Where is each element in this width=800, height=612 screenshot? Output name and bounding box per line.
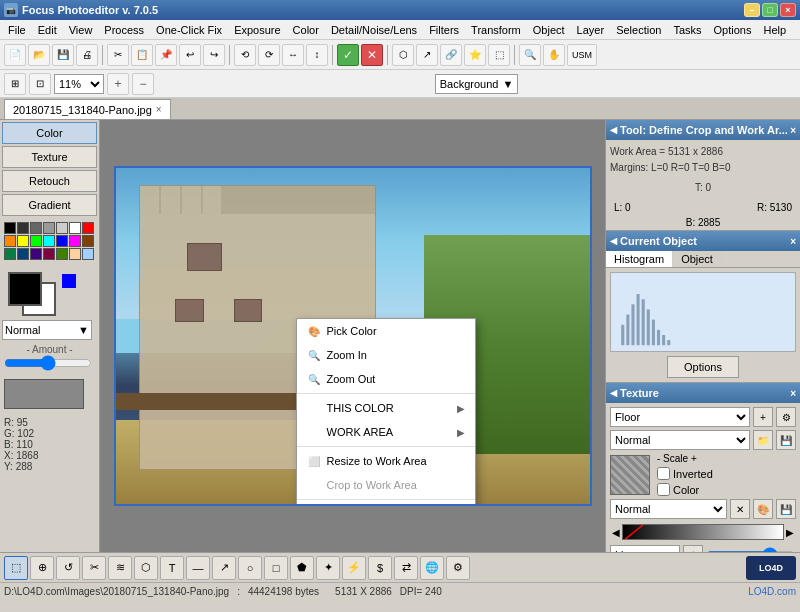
menu-object[interactable]: Object [527,22,571,38]
path-btn[interactable]: ⬡ [134,556,158,580]
ctx-zoom-in[interactable]: 🔍 Zoom In [297,343,475,367]
rotate-left-button[interactable]: ⟲ [234,44,256,66]
close-button[interactable]: × [780,3,796,17]
copy-button[interactable]: 📋 [131,44,153,66]
sidebar-tab-color[interactable]: Color [2,122,97,144]
zoom-select[interactable]: 11% [54,74,104,94]
palette-swatch[interactable] [17,248,29,260]
texture-add-button[interactable]: + [753,407,773,427]
menu-options[interactable]: Options [708,22,758,38]
palette-swatch[interactable] [30,222,42,234]
texture-load-button[interactable]: 📁 [753,430,773,450]
menu-help[interactable]: Help [757,22,792,38]
selection-tool-btn[interactable]: ⬚ [4,556,28,580]
menu-transform[interactable]: Transform [465,22,527,38]
object-tab[interactable]: Object [673,251,722,267]
save-file-button[interactable]: 💾 [52,44,74,66]
linear-option-btn[interactable]: ⚙ [683,545,703,552]
new-file-button[interactable]: 📄 [4,44,26,66]
texture-normal-select[interactable]: Normal [610,430,750,450]
sidebar-tab-texture[interactable]: Texture [2,146,97,168]
palette-swatch[interactable] [82,235,94,247]
text-btn[interactable]: T [160,556,184,580]
arrow-btn[interactable]: ↗ [212,556,236,580]
texture-save-button[interactable]: 💾 [776,430,796,450]
image-tab-active[interactable]: 20180715_131840-Pano.jpg × [4,99,171,119]
zoom-in-button[interactable]: + [107,73,129,95]
blend-mode-selector[interactable]: Normal ▼ [2,320,92,340]
texture-panel-header[interactable]: ◀ Texture × [606,383,800,403]
texture-normal2-select[interactable]: Normal [610,499,727,519]
palette-swatch[interactable] [56,222,68,234]
menu-process[interactable]: Process [98,22,150,38]
texture-floor-select[interactable]: Floor [610,407,750,427]
rotate-right-button[interactable]: ⟳ [258,44,280,66]
lasso-btn[interactable]: ⊕ [30,556,54,580]
menu-oneclick[interactable]: One-Click Fix [150,22,228,38]
ctx-zoom-out[interactable]: 🔍 Zoom Out [297,367,475,391]
palette-swatch[interactable] [43,222,55,234]
web-btn[interactable]: 🌐 [420,556,444,580]
tex-icon-paint[interactable]: 🎨 [753,499,773,519]
zoom-out-button[interactable]: − [132,73,154,95]
ctx-this-color[interactable]: THIS COLOR ▶ [297,396,475,420]
background-dropdown[interactable]: Background ▼ [435,74,519,94]
select-tool[interactable]: ⬡ [392,44,414,66]
histogram-tab[interactable]: Histogram [606,251,673,267]
flip-h-button[interactable]: ↔ [282,44,304,66]
tex-icon-x[interactable]: ✕ [730,499,750,519]
tab-close-button[interactable]: × [156,104,162,115]
object-panel-header[interactable]: ◀ Current Object × [606,231,800,251]
menu-file[interactable]: File [2,22,32,38]
palette-swatch[interactable] [43,235,55,247]
menu-tasks[interactable]: Tasks [667,22,707,38]
cut-button[interactable]: ✂ [107,44,129,66]
menu-layer[interactable]: Layer [571,22,611,38]
dollar-btn[interactable]: $ [368,556,392,580]
redo-button[interactable]: ↪ [203,44,225,66]
palette-swatch[interactable] [69,222,81,234]
tool-panel-header[interactable]: ◀ Tool: Define Crop and Work Ar... × [606,120,800,140]
lightning-btn[interactable]: ⚡ [342,556,366,580]
open-file-button[interactable]: 📂 [28,44,50,66]
line-btn[interactable]: — [186,556,210,580]
arrow-left-icon[interactable]: ◀ [612,527,620,538]
confirm-button[interactable]: ✓ [337,44,359,66]
linear-select[interactable]: Linear [610,545,680,552]
magic-select-btn[interactable]: ✂ [82,556,106,580]
palette-swatch[interactable] [82,248,94,260]
swap-btn[interactable]: ⇄ [394,556,418,580]
texture-options-button[interactable]: ⚙ [776,407,796,427]
maximize-button[interactable]: □ [762,3,778,17]
freeform-btn[interactable]: ↺ [56,556,80,580]
crop-tool[interactable]: ⬚ [488,44,510,66]
print-button[interactable]: 🖨 [76,44,98,66]
paste-button[interactable]: 📌 [155,44,177,66]
inverted-checkbox[interactable] [657,467,670,480]
color-checkbox[interactable] [657,483,670,496]
sidebar-tab-retouch[interactable]: Retouch [2,170,97,192]
palette-swatch[interactable] [30,248,42,260]
fit-page-button[interactable]: ⊞ [4,73,26,95]
minimize-button[interactable]: – [744,3,760,17]
menu-detail[interactable]: Detail/Noise/Lens [325,22,423,38]
lasso-tool[interactable]: 🔗 [440,44,462,66]
menu-selection[interactable]: Selection [610,22,667,38]
arrow-right-icon[interactable]: ▶ [786,527,794,538]
palette-swatch[interactable] [17,235,29,247]
object-panel-close[interactable]: × [790,236,796,247]
hand-tool[interactable]: ✋ [543,44,565,66]
undo-button[interactable]: ↩ [179,44,201,66]
rect-btn[interactable]: □ [264,556,288,580]
palette-swatch[interactable] [69,235,81,247]
zoom-tool[interactable]: 🔍 [519,44,541,66]
ellipse-btn[interactable]: ○ [238,556,262,580]
palette-swatch[interactable] [69,248,81,260]
polygon-btn[interactable]: ⬟ [290,556,314,580]
sidebar-tab-gradient[interactable]: Gradient [2,194,97,216]
star-btn[interactable]: ✦ [316,556,340,580]
canvas-image[interactable]: 🎨 Pick Color 🔍 Zoom In 🔍 Zoom Out T [114,166,592,506]
magic-wand-tool[interactable]: ⭐ [464,44,486,66]
settings-btn[interactable]: ⚙ [446,556,470,580]
gradient-bar[interactable] [622,524,784,540]
